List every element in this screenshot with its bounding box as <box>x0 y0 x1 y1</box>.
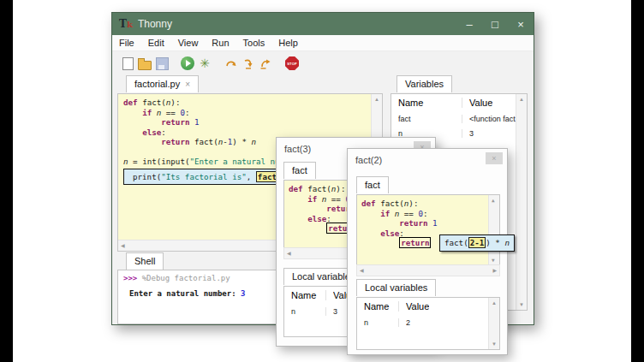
table-row[interactable]: n2 <box>357 315 489 329</box>
window-fact2: fact(2) × fact def fact(n): if n == 0: r… <box>347 148 508 355</box>
debug-icon[interactable]: ✳ <box>196 55 213 72</box>
step-into-icon[interactable] <box>239 55 256 72</box>
fact2-vertical-scrollbar[interactable]: ▲ ▼ <box>488 195 499 265</box>
fact2-tab-label: fact <box>365 180 380 190</box>
fact3-title: fact(3) <box>284 144 311 154</box>
menu-help[interactable]: Help <box>271 38 305 48</box>
fact2-locals-scrollbar[interactable]: ▲ ▼ <box>488 298 499 349</box>
menu-bar: FileEditViewRunToolsHelp <box>112 35 534 51</box>
fact3-tab-label: fact <box>292 165 307 175</box>
desktop-background: Tk Thonny – □ × FileEditViewRunToolsHelp… <box>13 0 631 362</box>
menu-run[interactable]: Run <box>205 38 236 48</box>
minimize-icon[interactable]: – <box>456 13 482 35</box>
scroll-down-icon[interactable]: ▼ <box>492 258 495 263</box>
scroll-up-icon[interactable]: ▲ <box>374 97 379 102</box>
scroll-up-icon[interactable]: ▲ <box>492 198 495 203</box>
maximize-icon[interactable]: □ <box>482 13 508 35</box>
scroll-up-icon[interactable]: ▲ <box>492 300 497 306</box>
tab-variables[interactable]: Variables <box>397 75 452 92</box>
step-out-icon[interactable] <box>256 55 273 72</box>
fact2-locals-tab[interactable]: Local variables <box>356 279 436 296</box>
menu-view[interactable]: View <box>171 38 206 48</box>
save-file-icon[interactable] <box>153 55 170 72</box>
tab-shell[interactable]: Shell <box>126 252 164 270</box>
scroll-down-icon[interactable]: ▼ <box>519 302 524 307</box>
run-icon[interactable] <box>179 55 196 72</box>
fact3-tab-fact[interactable]: fact <box>283 162 316 179</box>
fact2-code-view[interactable]: def fact(n): if n == 0: return 1 else: r… <box>356 194 500 266</box>
editor-tab-label: factorial.py <box>134 79 180 89</box>
close-icon[interactable]: × <box>486 152 503 164</box>
toolbar: ✳STOP <box>112 51 534 75</box>
fact2-horizontal-scrollbar[interactable]: ◀ ▶ <box>356 264 500 276</box>
fact2-locals-label: Local variables <box>365 282 427 293</box>
title-bar[interactable]: Tk Thonny – □ × <box>112 13 534 35</box>
app-icon: Tk <box>119 18 133 30</box>
scroll-right-icon[interactable]: ▶ <box>492 268 497 273</box>
shell-tab-label: Shell <box>134 256 155 266</box>
table-header: NameValue <box>357 298 489 315</box>
scroll-down-icon[interactable]: ▼ <box>492 341 497 347</box>
close-icon[interactable]: × <box>508 13 534 35</box>
table-header: NameValue <box>391 94 516 111</box>
menu-file[interactable]: File <box>112 38 141 48</box>
fact2-locals-panel: NameValuen2 ▲ ▼ <box>356 297 500 350</box>
scroll-up-icon[interactable]: ▲ <box>519 97 524 102</box>
window-title: Thonny <box>138 18 172 30</box>
step-over-icon[interactable] <box>222 55 239 72</box>
open-file-icon[interactable] <box>136 55 153 72</box>
variables-vertical-scrollbar[interactable]: ▲ ▼ <box>516 94 527 310</box>
stop-icon[interactable]: STOP <box>283 55 301 72</box>
scroll-left-icon[interactable]: ◀ <box>360 268 364 273</box>
table-row[interactable]: fact<function fact a <box>391 111 516 126</box>
scroll-left-icon[interactable]: ◀ <box>121 243 125 248</box>
new-file-icon[interactable] <box>119 55 136 72</box>
fact2-tab-fact[interactable]: fact <box>356 176 389 193</box>
fact2-locals-table: NameValuen2 <box>357 298 489 349</box>
tab-factorial-py[interactable]: factorial.py× <box>126 75 199 92</box>
scroll-left-icon[interactable]: ◀ <box>287 251 291 256</box>
fact3-locals-label: Local variables <box>292 271 355 282</box>
menu-edit[interactable]: Edit <box>141 38 171 48</box>
fact2-code: def fact(n): if n == 0: return 1 else: r… <box>361 199 499 265</box>
tab-close-icon[interactable]: × <box>185 80 190 89</box>
fact2-title: fact(2) <box>355 155 382 165</box>
menu-tools[interactable]: Tools <box>236 38 272 48</box>
variables-tab-label: Variables <box>405 79 444 89</box>
